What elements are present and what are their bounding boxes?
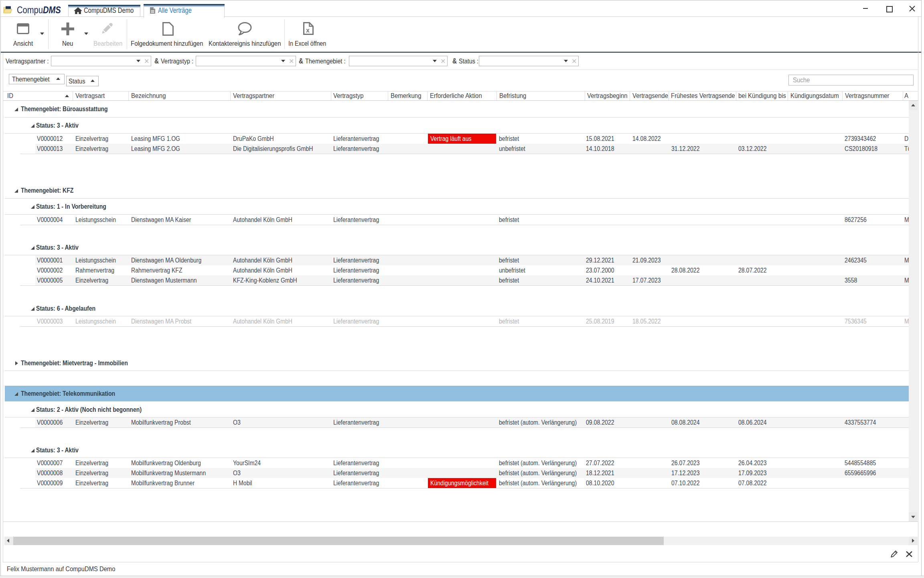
svg-text:x: x: [306, 27, 310, 34]
